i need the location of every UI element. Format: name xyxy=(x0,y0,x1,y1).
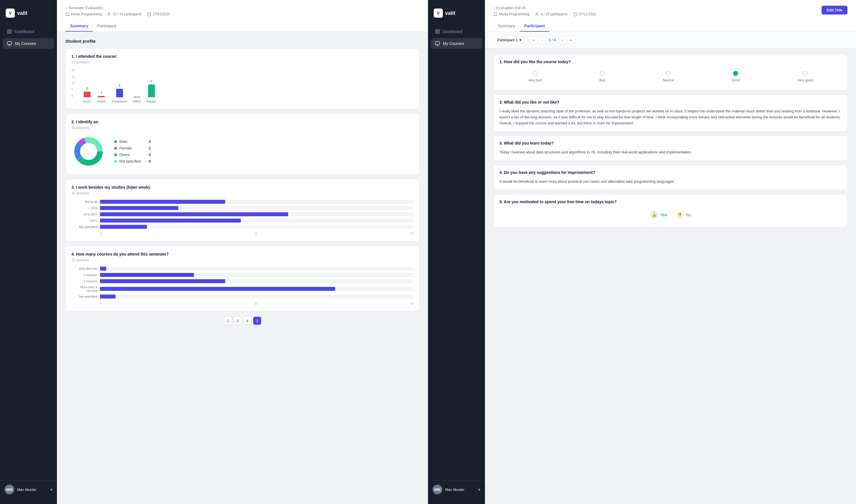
tab-participant[interactable]: Participant xyxy=(93,21,121,32)
svg-rect-15 xyxy=(574,13,577,16)
bar-group-rarely: 1 Rarely xyxy=(97,91,106,103)
right-avatar: MM xyxy=(433,485,442,494)
page-btn-4[interactable]: 4 xyxy=(243,317,251,325)
rating-good[interactable]: Good xyxy=(732,71,740,82)
eval-back-link[interactable]: ‹ Evaluation KW 45 xyxy=(493,6,822,10)
right-sidebar-user[interactable]: MM Max Muster ▾ xyxy=(428,480,485,498)
rating-circle-very-bad xyxy=(532,71,538,76)
bar-often xyxy=(134,97,140,97)
answer-count-2: 20 answers xyxy=(71,126,414,130)
rating-very-good[interactable]: Very good xyxy=(797,71,813,82)
page-meta: Media Programming 20 / 24 participants 1… xyxy=(66,12,419,16)
rating-very-bad[interactable]: Very bad xyxy=(528,71,542,82)
question-title-2: 2. I identify as: xyxy=(71,120,414,124)
hbar-row-not-specified: Not specified xyxy=(71,225,414,229)
hbar-row-3courses: 3 courses xyxy=(71,279,414,283)
page-btn-3[interactable]: 3 xyxy=(234,317,242,325)
eval-question-card-1: 1. How did you like the course today? Ve… xyxy=(493,54,848,90)
right-arrow[interactable]: › xyxy=(559,36,566,44)
content-body: Student profile 1. I attended the course… xyxy=(57,32,428,331)
hbar-row-more3courses: More than 3 courses xyxy=(71,285,414,292)
rating-bad[interactable]: Bad xyxy=(599,71,605,82)
double-left-arrow[interactable]: « xyxy=(530,36,537,44)
legend-divers: Divers 8 xyxy=(114,152,151,157)
svg-point-14 xyxy=(536,13,538,14)
question-title-4: 4. How many courses do you attend this s… xyxy=(71,252,414,256)
edit-title-button[interactable]: Edit Title xyxy=(822,6,848,15)
svg-rect-1 xyxy=(10,30,12,31)
text-answer-3: Today I learned about data structures an… xyxy=(500,149,841,156)
eval-calendar-icon xyxy=(574,12,577,16)
hbar-fill xyxy=(100,206,178,210)
sidebar-item-my-courses[interactable]: My Courses xyxy=(3,38,54,49)
hbar-track xyxy=(100,225,414,229)
double-right-arrow[interactable]: » xyxy=(567,36,575,44)
eval-tab-summary[interactable]: Summary xyxy=(493,21,520,32)
sidebar-item-dashboard[interactable]: Dashboard xyxy=(3,26,54,37)
hbar-chart-3: Not at all < 10 h 10 to 20 h xyxy=(71,200,414,235)
eval-question-title-1: 1. How did you like the course today? xyxy=(500,59,841,64)
question-card-3: 3. I work besides my studies (h/per week… xyxy=(66,179,419,241)
svg-rect-12 xyxy=(438,32,439,34)
hbar-row-not-at-all: Not at all xyxy=(71,200,414,204)
nav-arrows: « ‹ 1 / 4 › » xyxy=(530,36,574,44)
eval-question-card-4: 4. Do you have any suggestions for impro… xyxy=(493,165,848,190)
right-sidebar-nav: Dashboard My Courses xyxy=(428,26,485,480)
hbar-track xyxy=(100,294,414,299)
rating-neutral[interactable]: Neutral xyxy=(663,71,674,82)
right-sidebar-my-courses[interactable]: My Courses xyxy=(431,38,482,49)
svg-rect-10 xyxy=(438,30,439,31)
hbar-track xyxy=(100,212,414,216)
participant-select[interactable]: Participant 1 ▾ xyxy=(493,36,525,44)
eval-body: 1. How did you like the course today? Ve… xyxy=(485,48,856,237)
back-arrow-icon: ‹ xyxy=(66,6,67,10)
date-meta: 17/01/2023 xyxy=(147,12,170,16)
left-sidebar: V valit Dashboard My Courses MM Max M xyxy=(0,0,57,504)
bar-group-sometimes: 6 Sometimes xyxy=(111,84,127,103)
right-logo-text: valit xyxy=(445,10,455,16)
eval-question-title-2: 2. What did you like or not like? xyxy=(500,100,841,105)
right-sidebar-dashboard[interactable]: Dashboard xyxy=(431,26,482,37)
question-card-4: 4. How many courses do you attend this s… xyxy=(66,246,419,311)
svg-rect-9 xyxy=(435,30,437,31)
logo-text: valit xyxy=(17,10,27,16)
bar-chart-1: 20 15 10 5 0 4 Never 1 xyxy=(71,69,414,103)
hbar-track xyxy=(100,273,414,277)
bar-sometimes xyxy=(116,89,123,97)
eval-question-title-4: 4. Do you have any suggestions for impro… xyxy=(500,170,841,175)
donut-chart xyxy=(71,134,106,168)
hbar-fill xyxy=(100,279,225,283)
sidebar-user[interactable]: MM Max Muster ▾ xyxy=(0,480,57,498)
svg-rect-4 xyxy=(7,41,12,45)
eval-tab-participant[interactable]: Participant xyxy=(520,21,549,32)
page-btn-1[interactable]: 1 xyxy=(224,317,232,325)
eval-date-meta: 07/11/2022 xyxy=(574,12,596,16)
dashboard-icon xyxy=(7,29,12,34)
page-btn-active[interactable]: 3 xyxy=(253,317,261,325)
hbar-row-not-specified: Not specified xyxy=(71,294,414,299)
eval-question-card-3: 3. What did you learn today? Today I lea… xyxy=(493,136,848,161)
x-axis: 0 10 20 xyxy=(71,302,414,305)
pagination: 1 3 4 3 xyxy=(66,317,419,325)
eval-tabs: Summary Participant xyxy=(493,21,848,32)
y-axis: 20 15 10 5 0 xyxy=(71,69,75,97)
donut-section: Male 4 Female 2 Divers 8 xyxy=(71,134,414,168)
eval-participants-meta: 4 / 20 participants xyxy=(535,12,568,16)
hbar-track xyxy=(100,267,414,271)
no-button[interactable]: 👎 No xyxy=(676,211,691,219)
back-link[interactable]: ‹ Semester Evaluation xyxy=(66,6,419,10)
legend: Male 4 Female 2 Divers 8 xyxy=(114,140,151,163)
left-arrow[interactable]: ‹ xyxy=(538,36,546,44)
bars-container: 4 Never 1 Rarely 6 Sometimes xyxy=(83,75,156,103)
yes-button[interactable]: 👍 Yes xyxy=(650,211,667,219)
tab-summary[interactable]: Summary xyxy=(66,21,93,32)
chevron-down-icon: ▾ xyxy=(50,487,52,492)
svg-rect-6 xyxy=(148,13,151,16)
eval-question-title-3: 3. What did you learn today? xyxy=(500,141,841,145)
right-sidebar: V valit Dashboard My Courses MM Max M xyxy=(428,0,485,504)
rating-circle-neutral xyxy=(666,71,671,76)
hbar-track xyxy=(100,279,414,283)
hbar-fill xyxy=(100,267,106,271)
bar-group-never: 4 Never xyxy=(83,87,91,103)
hbar-fill xyxy=(100,212,288,216)
